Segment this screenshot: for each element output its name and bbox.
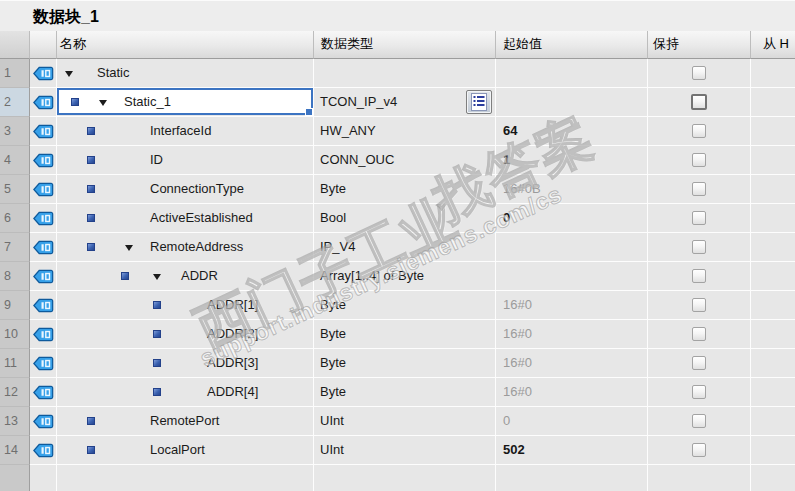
start-value-cell[interactable] xyxy=(496,88,648,117)
table-row[interactable]: 13 RemotePort UInt 0 xyxy=(0,407,795,436)
datatype-browse-button[interactable] xyxy=(466,90,492,114)
retain-checkbox[interactable] xyxy=(692,414,706,428)
datatype-cell[interactable]: Byte xyxy=(314,175,496,204)
start-value-cell[interactable] xyxy=(496,233,648,262)
retain-checkbox[interactable] xyxy=(691,94,707,110)
db-variable-tag-icon xyxy=(33,385,54,400)
start-value-cell[interactable]: 16#0 xyxy=(496,378,648,407)
datatype-cell[interactable]: UInt xyxy=(314,436,496,465)
name-cell[interactable]: Static xyxy=(57,59,314,88)
retain-checkbox[interactable] xyxy=(692,327,706,341)
table-row[interactable]: 2 Static_1 TCON_IP_v4 xyxy=(0,88,795,117)
datatype-cell[interactable] xyxy=(314,465,496,491)
name-cell[interactable]: RemotePort xyxy=(57,407,314,436)
table-row[interactable]: 4 ID CONN_OUC 1 xyxy=(0,146,795,175)
start-value-cell[interactable] xyxy=(496,465,648,491)
table-row[interactable]: 10 ADDR[2] Byte 16#0 xyxy=(0,320,795,349)
empty-row[interactable] xyxy=(0,465,795,491)
variable-name: ID xyxy=(150,146,163,174)
table-row[interactable]: 11 ADDR[3] Byte 16#0 xyxy=(0,349,795,378)
start-value-cell[interactable]: 16#0 xyxy=(496,349,648,378)
name-cell[interactable]: ADDR[1] xyxy=(57,291,314,320)
name-cell[interactable]: ActiveEstablished xyxy=(57,204,314,233)
datatype-cell[interactable]: Byte xyxy=(314,320,496,349)
name-cell[interactable]: LocalPort xyxy=(57,436,314,465)
start-value-cell[interactable] xyxy=(496,262,648,291)
datatype-cell[interactable]: Byte xyxy=(314,378,496,407)
icon-cell xyxy=(30,349,57,378)
start-value-cell[interactable]: 64 xyxy=(496,117,648,146)
retain-checkbox[interactable] xyxy=(692,240,706,254)
datatype-cell[interactable]: TCON_IP_v4 xyxy=(314,88,496,117)
column-header-datatype[interactable]: 数据类型 xyxy=(314,31,496,59)
table-row[interactable]: 6 ActiveEstablished Bool 0 xyxy=(0,204,795,233)
datatype-cell[interactable]: Array[1..4] of Byte xyxy=(314,262,496,291)
expand-triangle-icon[interactable] xyxy=(99,100,107,106)
table-row[interactable]: 14 LocalPort UInt 502 xyxy=(0,436,795,465)
edit-box-resize-handle[interactable] xyxy=(305,108,313,116)
table-body: 1 Static 2 xyxy=(0,59,795,491)
start-value-cell[interactable]: 0 xyxy=(496,407,648,436)
table-row[interactable]: 12 ADDR[4] Byte 16#0 xyxy=(0,378,795,407)
name-cell[interactable]: ConnectionType xyxy=(57,175,314,204)
datatype-cell[interactable]: IP_V4 xyxy=(314,233,496,262)
datatype-cell[interactable]: Byte xyxy=(314,291,496,320)
row-number: 5 xyxy=(0,175,30,204)
row-number: 4 xyxy=(0,146,30,175)
table-row[interactable]: 7 RemoteAddress IP_V4 xyxy=(0,233,795,262)
from-hmi-cell xyxy=(751,320,795,349)
column-header-startvalue[interactable]: 起始值 xyxy=(496,31,648,59)
retain-checkbox[interactable] xyxy=(692,356,706,370)
column-header-from-hmi[interactable]: 从 H xyxy=(751,31,795,59)
variable-name: Static xyxy=(97,59,130,87)
name-cell[interactable]: ADDR[4] xyxy=(57,378,314,407)
from-hmi-cell xyxy=(751,407,795,436)
start-value-cell[interactable]: 16#0B xyxy=(496,175,648,204)
start-value-cell[interactable]: 0 xyxy=(496,204,648,233)
start-value-cell[interactable]: 502 xyxy=(496,436,648,465)
datatype-cell[interactable]: CONN_OUC xyxy=(314,146,496,175)
expand-triangle-icon[interactable] xyxy=(125,245,133,251)
table-row[interactable]: 5 ConnectionType Byte 16#0B xyxy=(0,175,795,204)
datatype-cell[interactable] xyxy=(314,59,496,88)
name-cell[interactable]: Static_1 xyxy=(57,88,314,117)
name-cell[interactable] xyxy=(57,465,314,491)
start-value-cell[interactable]: 16#0 xyxy=(496,291,648,320)
retain-checkbox[interactable] xyxy=(692,182,706,196)
retain-checkbox[interactable] xyxy=(692,211,706,225)
db-variable-tag-icon xyxy=(33,211,54,226)
name-cell[interactable]: ID xyxy=(57,146,314,175)
expand-triangle-icon[interactable] xyxy=(153,274,161,280)
retain-cell xyxy=(648,146,751,175)
name-cell[interactable]: InterfaceId xyxy=(57,117,314,146)
name-cell[interactable]: ADDR[2] xyxy=(57,320,314,349)
table-row[interactable]: 3 InterfaceId HW_ANY 64 xyxy=(0,117,795,146)
retain-checkbox[interactable] xyxy=(692,269,706,283)
datatype-cell[interactable]: Byte xyxy=(314,349,496,378)
start-value-cell[interactable]: 1 xyxy=(496,146,648,175)
expand-triangle-icon[interactable] xyxy=(65,71,73,77)
datatype-cell[interactable]: HW_ANY xyxy=(314,117,496,146)
table-row[interactable]: 8 ADDR Array[1..4] of Byte xyxy=(0,262,795,291)
start-value-cell[interactable]: 16#0 xyxy=(496,320,648,349)
start-value-cell[interactable] xyxy=(496,59,648,88)
column-header-name[interactable]: 名称 xyxy=(57,31,314,59)
retain-checkbox[interactable] xyxy=(692,298,706,312)
datatype-cell[interactable]: Bool xyxy=(314,204,496,233)
retain-checkbox[interactable] xyxy=(692,385,706,399)
retain-checkbox[interactable] xyxy=(692,66,706,80)
row-number: 8 xyxy=(0,262,30,291)
name-cell[interactable]: RemoteAddress xyxy=(57,233,314,262)
name-edit-box[interactable] xyxy=(57,88,313,115)
name-cell[interactable]: ADDR[3] xyxy=(57,349,314,378)
name-cell[interactable]: ADDR xyxy=(57,262,314,291)
retain-checkbox[interactable] xyxy=(692,153,706,167)
table-row[interactable]: 9 ADDR[1] Byte 16#0 xyxy=(0,291,795,320)
datatype-cell[interactable]: UInt xyxy=(314,407,496,436)
retain-checkbox[interactable] xyxy=(692,124,706,138)
retain-cell xyxy=(648,233,751,262)
retain-checkbox[interactable] xyxy=(692,443,706,457)
member-bullet xyxy=(153,301,161,309)
table-row[interactable]: 1 Static xyxy=(0,59,795,88)
column-header-retain[interactable]: 保持 xyxy=(648,31,751,59)
